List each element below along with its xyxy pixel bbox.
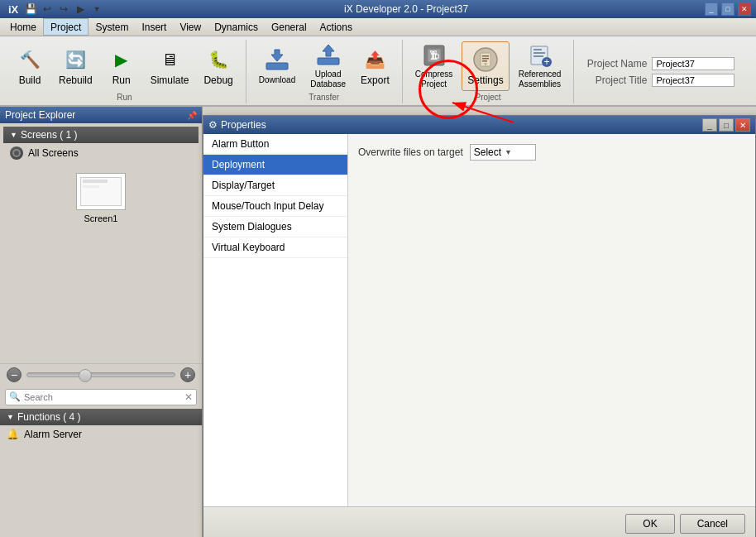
sidebar-display-target[interactable]: Display/Target [203,175,347,196]
dialog-main: Overwrite files on target Select ▼ [348,134,755,506]
rebuild-button[interactable]: 🔄 Rebuild [53,41,98,91]
ribbon-content: 🔨 Build 🔄 Rebuild ▶ Run 🖥 Simulate 🐛 [0,36,756,105]
project-title-value: Project37 [652,74,734,87]
menu-view[interactable]: View [173,18,208,36]
debug-button[interactable]: 🐛 Debug [198,41,238,91]
project-buttons: 🗜 CompressProject [409,41,567,91]
ribbon-group-run: 🔨 Build 🔄 Rebuild ▶ Run 🖥 Simulate 🐛 [3,40,246,103]
download-icon [264,47,290,74]
run-btn-small[interactable]: ▶ [73,2,88,17]
window-controls: _ □ ✕ [705,2,751,16]
compress-button[interactable]: 🗜 CompressProject [409,41,459,91]
undo-btn[interactable]: ↩ [40,2,55,17]
run-button[interactable]: ▶ Run [102,41,141,91]
save-btn[interactable]: 💾 [23,2,38,17]
sidebar-alarm-button[interactable]: Alarm Button [203,134,347,155]
search-clear-icon[interactable]: ✕ [184,391,193,403]
expand-icon: ▼ [10,131,17,139]
alarm-server-item[interactable]: 🔔 Alarm Server [0,425,202,444]
referenced-assemblies-label: ReferencedAssemblies [519,70,562,89]
sidebar-deployment[interactable]: Deployment [203,155,347,175]
run-label: Run [112,74,131,86]
run-buttons: 🔨 Build 🔄 Rebuild ▶ Run 🖥 Simulate 🐛 [10,41,239,91]
project-name-label: Project Name [581,58,647,70]
zoom-slider[interactable] [26,372,175,377]
select-value: Select [474,146,501,158]
quick-access-toolbar: iX 💾 ↩ ↪ ▶ ▼ [5,2,108,17]
close-btn[interactable]: ✕ [738,2,751,16]
svg-rect-0 [266,63,288,70]
menu-bar: Home Project System Insert View Dynamics… [0,18,756,36]
search-input[interactable] [24,392,181,402]
zoom-thumb[interactable] [79,369,92,382]
menu-actions[interactable]: Actions [313,18,359,36]
svg-rect-2 [318,58,339,65]
svg-rect-16 [534,55,543,57]
maximize-btn[interactable]: □ [721,2,734,16]
sidebar-system-dialogues[interactable]: System Dialogues [203,217,347,237]
cancel-button[interactable]: Cancel [680,514,745,534]
referenced-assemblies-button[interactable]: + ReferencedAssemblies [513,41,567,91]
overwrite-files-row: Overwrite files on target Select ▼ [358,144,745,161]
compress-icon: 🗜 [421,43,447,68]
functions-section-header[interactable]: ▼ Functions ( 4 ) [0,409,202,425]
ok-button[interactable]: OK [625,514,674,534]
thumb-line2 [83,185,99,188]
menu-home[interactable]: Home [3,18,43,36]
explorer-title: Project Explorer [5,109,75,121]
all-screens-item[interactable]: All Screens [3,143,199,163]
transfer-group-label: Transfer [309,93,339,102]
debug-label: Debug [203,74,232,86]
project-name-value: Project37 [652,57,734,70]
ribbon-group-transfer: Download UploadDatabase 📤 Export [246,40,403,103]
sidebar-virtual-keyboard[interactable]: Virtual Keyboard [203,237,347,258]
screen-thumbnails: Screen1 [0,166,202,230]
screen1-thumbnail[interactable] [76,173,126,210]
project-title-field: Project Title Project37 [581,74,734,87]
settings-label: Settings [467,74,503,86]
build-button[interactable]: 🔨 Build [10,41,50,91]
menu-general[interactable]: General [265,18,313,36]
build-icon: 🔨 [17,46,43,73]
build-label: Build [19,74,41,86]
functions-section: ▼ Functions ( 4 ) 🔔 Alarm Server [0,409,202,538]
pin-icon[interactable]: 📌 [187,111,197,120]
properties-dialog: ⚙ Properties _ □ ✕ Alarm Button Deployme… [203,115,756,537]
download-button[interactable]: Download [253,41,301,91]
dialog-controls: _ □ ✕ [702,118,750,132]
svg-point-20 [14,151,19,156]
svg-marker-1 [271,50,283,61]
simulate-button[interactable]: 🖥 Simulate [145,41,195,91]
select-arrow-icon: ▼ [505,148,512,156]
svg-marker-3 [323,45,334,56]
dialog-close-btn[interactable]: ✕ [735,118,750,132]
menu-dynamics[interactable]: Dynamics [208,18,265,36]
simulate-icon: 🖥 [156,46,183,73]
dialog-sidebar: Alarm Button Deployment Display/Target M… [203,134,348,506]
svg-rect-15 [534,52,545,54]
redo-btn[interactable]: ↪ [56,2,71,17]
dialog-maximize-btn[interactable]: □ [719,118,734,132]
screens-label: Screens ( 1 ) [21,129,78,141]
zoom-out-btn[interactable]: − [7,367,22,382]
alarm-server-label: Alarm Server [24,429,82,440]
menu-project[interactable]: Project [43,18,89,36]
upload-database-button[interactable]: UploadDatabase [304,41,352,91]
settings-button[interactable]: Settings [462,41,509,91]
export-button[interactable]: 📤 Export [355,41,395,91]
more-btn[interactable]: ▼ [89,2,104,17]
svg-text:🗜: 🗜 [429,50,439,61]
export-label: Export [361,74,390,86]
zoom-in-btn[interactable]: + [180,367,195,382]
minimize-btn[interactable]: _ [705,2,718,16]
sidebar-mouse-touch[interactable]: Mouse/Touch Input Delay [203,196,347,217]
settings-icon [472,46,499,73]
dialog-minimize-btn[interactable]: _ [702,118,717,132]
overwrite-select[interactable]: Select ▼ [470,144,536,161]
explorer-header-icons: 📌 [187,111,197,120]
upload-database-icon [315,43,342,68]
menu-system[interactable]: System [89,18,135,36]
dialog-footer: OK Cancel [203,506,755,537]
menu-insert[interactable]: Insert [135,18,173,36]
screens-section-header[interactable]: ▼ Screens ( 1 ) [3,127,199,143]
